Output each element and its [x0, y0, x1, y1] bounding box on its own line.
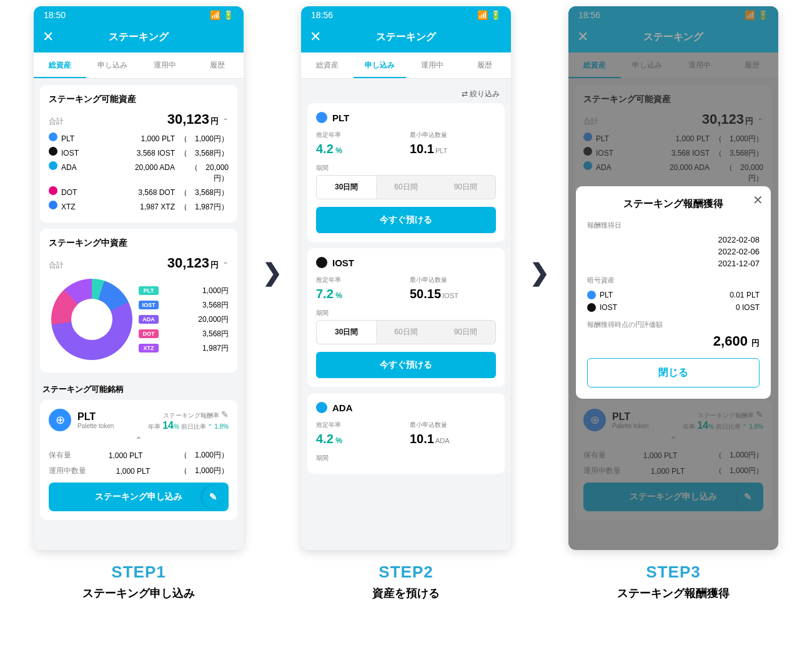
offer-card: IOST推定年率7.2 %最小申込数量50.15IOST期間30日間60日間90… [307, 248, 505, 387]
reward-modal: ✕ ステーキング報酬獲得 報酬獲得日 2022-02-08 2022-02-06… [576, 186, 771, 399]
deposit-button[interactable]: 今すぐ預ける [316, 207, 496, 233]
legend-item: IOST3,568円 [139, 298, 229, 312]
reward-date: 2022-02-06 [587, 246, 760, 258]
coin-card: ⊕ PLTPalette token ステーキング報酬率 ✎ 年率 14% 前日… [40, 400, 237, 520]
coin-icon [49, 201, 57, 209]
coin-icon [316, 402, 327, 413]
apy: 7.2 % [316, 287, 402, 301]
legend-item: DOT3,568円 [139, 327, 229, 341]
close-icon[interactable]: ✕ [753, 192, 763, 208]
tab-active[interactable]: 運用中 [406, 52, 458, 78]
coin-badge: DOT [139, 329, 159, 338]
tab-active[interactable]: 運用中 [139, 52, 191, 78]
period-option[interactable]: 60日間 [376, 321, 435, 344]
coin-subtitle: Palette token [77, 422, 114, 429]
card-title: ステーキング可能資産 [49, 94, 229, 105]
chevron-up-icon[interactable]: ⌃ [222, 117, 229, 126]
asset-row: IOST3,568 IOST（ 3,568円） [49, 146, 229, 160]
coin-icon [49, 132, 57, 141]
edit-icon[interactable]: ✎ [221, 409, 229, 419]
coin-badge: ADA [139, 315, 159, 324]
page-title: ステーキング [42, 31, 235, 44]
coin-badge: XTZ [139, 344, 159, 352]
asset-row: DOT3,568 DOT（ 3,568円） [49, 185, 229, 199]
tab-assets[interactable]: 総資産 [34, 52, 86, 78]
coin-symbol: ADA [332, 402, 353, 413]
step-label: STEP1 [82, 562, 195, 582]
time: 18:50 [44, 10, 66, 20]
reward-asset: PLT0.01 PLT [587, 289, 760, 301]
coin-name: PLT [77, 411, 114, 422]
phone-step3: 18:56📶 🔋 ✕ステーキング 総資産 申し込み 運用中 履歴 ステーキング可… [568, 6, 778, 550]
filter-button[interactable]: ⇄ 絞り込み [307, 85, 505, 103]
apy: 4.2 % [316, 432, 402, 446]
apy: 4.2 % [316, 142, 402, 156]
card-title: ステーキング中資産 [49, 238, 229, 249]
apy: 14 [162, 420, 174, 431]
asset-row: ADA20,000 ADA（ 20,000円） [49, 160, 229, 185]
min-amount: 10.1ADA [410, 432, 496, 446]
legend-item: PLT1,000円 [139, 284, 229, 298]
offer-card: ADA推定年率4.2 %最小申込数量10.1ADA期間 [307, 393, 505, 474]
period-option[interactable]: 90日間 [436, 321, 495, 344]
coin-badge: PLT [139, 286, 159, 295]
coin-symbol: PLT [332, 112, 349, 123]
coin-icon [316, 112, 327, 123]
period-option[interactable]: 30日間 [317, 176, 376, 199]
close-button[interactable]: 閉じる [587, 358, 760, 388]
period-selector: 30日間60日間90日間 [316, 175, 496, 199]
step-title: ステーキング申し込み [82, 586, 195, 601]
period-option[interactable]: 90日間 [436, 176, 495, 199]
staking-assets-card: ステーキング中資産 合計 30,123円⌃ PLT1,000円IOST3,568… [40, 229, 237, 372]
tab-apply[interactable]: 申し込み [86, 52, 139, 78]
change: ⌃ 1.8% [207, 423, 229, 430]
coin-icon [316, 257, 327, 268]
section-title: ステーキング可能銘柄 [40, 379, 237, 400]
total-value: 30,123 [167, 111, 209, 127]
period-option[interactable]: 30日間 [317, 321, 376, 344]
status-icons: 📶 🔋 [210, 10, 234, 20]
modal-title: ステーキング報酬獲得 [587, 198, 760, 211]
min-amount: 50.15IOST [410, 287, 496, 301]
asset-row: PLT1,000 PLT（ 1,000円） [49, 131, 229, 146]
legend-item: XTZ1,987円 [139, 341, 229, 356]
tab-apply[interactable]: 申し込み [354, 52, 406, 78]
available-assets-card: ステーキング可能資産 合計 30,123円⌃ PLT1,000 PLT（ 1,0… [40, 85, 237, 222]
coin-icon [49, 147, 57, 156]
apply-button[interactable]: ステーキング申し込み✎ [49, 482, 229, 511]
coin-badge: IOST [139, 301, 159, 309]
tab-assets[interactable]: 総資産 [301, 52, 354, 78]
asset-row: XTZ1,987 XTZ（ 1,987円） [49, 199, 229, 214]
deposit-button[interactable]: 今すぐ預ける [316, 352, 496, 378]
status-bar: 18:56📶 🔋 [301, 6, 511, 22]
arrow-right-icon: ❯ [262, 259, 282, 286]
phone-step1: 18:50 📶 🔋 ✕ ステーキング 総資産 申し込み 運用中 履歴 ステーキン… [34, 6, 244, 550]
period-option[interactable]: 60日間 [376, 176, 435, 199]
offer-card: PLT推定年率4.2 %最小申込数量10.1PLT期間30日間60日間90日間今… [307, 103, 505, 242]
edit-fab-icon[interactable]: ✎ [202, 486, 224, 508]
chevron-up-icon[interactable]: ⌃ [222, 261, 229, 269]
tab-history[interactable]: 履歴 [191, 52, 244, 78]
legend-item: ADA20,000円 [139, 312, 229, 327]
phone-step2: 18:56📶 🔋 ✕ステーキング 総資産 申し込み 運用中 履歴 ⇄ 絞り込み … [301, 6, 511, 550]
tabs: 総資産 申し込み 運用中 履歴 [34, 52, 244, 79]
min-amount: 10.1PLT [410, 142, 496, 156]
coin-icon [49, 161, 57, 170]
plt-icon: ⊕ [49, 409, 71, 431]
reward-date: 2021-12-07 [587, 258, 760, 269]
chevron-up-icon[interactable]: ⌃ [49, 432, 229, 448]
coin-icon [587, 291, 596, 299]
total-label: 合計 [49, 116, 64, 127]
period-selector: 30日間60日間90日間 [316, 320, 496, 344]
coin-symbol: IOST [332, 258, 354, 268]
coin-icon [587, 303, 596, 312]
status-bar: 18:50 📶 🔋 [34, 6, 244, 22]
reward-date: 2022-02-08 [587, 234, 760, 246]
donut-chart [51, 279, 132, 360]
reward-asset: IOST0 IOST [587, 301, 760, 314]
header: ✕ ステーキング [34, 22, 244, 52]
arrow-right-icon: ❯ [530, 259, 550, 286]
coin-icon [49, 186, 57, 195]
tab-history[interactable]: 履歴 [458, 52, 511, 78]
